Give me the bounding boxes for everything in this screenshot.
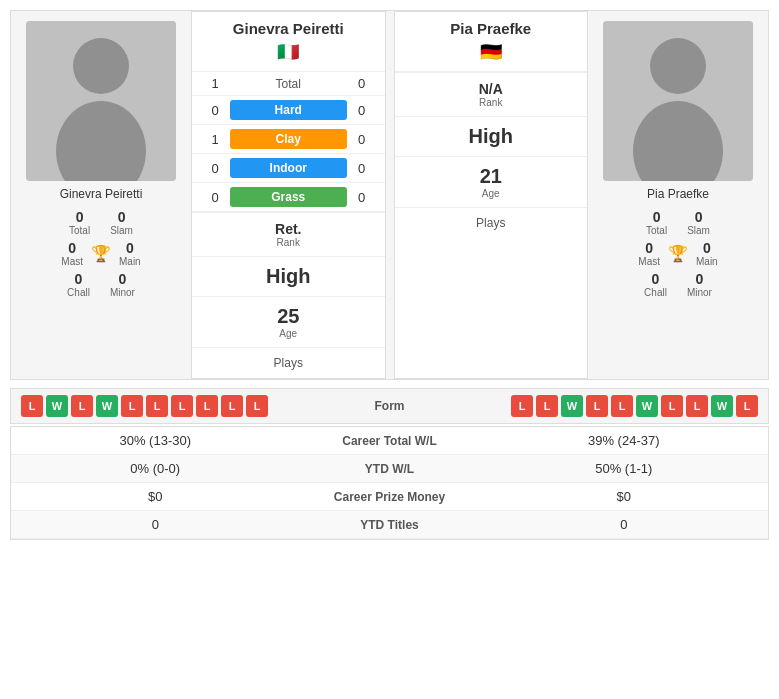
p1-ytd-wl: 0% (0-0) xyxy=(21,461,290,476)
form-badge: L xyxy=(121,395,143,417)
p1-indoor-row: 0 Indoor 0 xyxy=(192,154,385,183)
p2-total-val: 0 xyxy=(347,76,377,91)
player1-chall-label: Chall xyxy=(67,287,90,298)
form-badge: L xyxy=(611,395,633,417)
player2-flag: 🇩🇪 xyxy=(480,41,502,63)
career-stats: 30% (13-30) Career Total W/L 39% (24-37)… xyxy=(10,426,769,540)
player1-minor: 0 xyxy=(110,271,135,287)
p1-clay-row: 1 Clay 0 xyxy=(192,125,385,154)
player2-high-box: High xyxy=(395,116,588,156)
player1-stats: 0 Total 0 Slam 0 Mast 🏆 0 xyxy=(16,209,186,298)
player2-plays-box: Plays xyxy=(395,207,588,238)
form-badge: L xyxy=(686,395,708,417)
form-label: Form xyxy=(320,399,460,413)
player1-minor-label: Minor xyxy=(110,287,135,298)
p1-indoor-val: 0 xyxy=(200,161,230,176)
hard-btn: Hard xyxy=(230,100,347,120)
player2-main: 0 xyxy=(696,240,718,256)
p2-ytd-wl: 50% (1-1) xyxy=(490,461,759,476)
ytd-wl-row: 0% (0-0) YTD W/L 50% (1-1) xyxy=(11,455,768,483)
player2-avatar xyxy=(603,21,753,181)
player1-rank-box: Ret. Rank xyxy=(192,212,385,256)
player1-flag: 🇮🇹 xyxy=(277,41,299,63)
form-badge: L xyxy=(171,395,193,417)
p2-clay-val: 0 xyxy=(347,132,377,147)
form-badge: L xyxy=(586,395,608,417)
career-wl-label: Career Total W/L xyxy=(290,434,490,448)
player2-rank-lbl: Rank xyxy=(403,97,580,108)
player2-plays-lbl: Plays xyxy=(403,216,580,230)
player1-header: Ginevra Peiretti 🇮🇹 xyxy=(192,12,385,72)
player2-mast-label: Mast xyxy=(638,256,660,267)
player2-chall: 0 xyxy=(644,271,667,287)
player1-plays-lbl: Plays xyxy=(200,356,377,370)
prize-label: Career Prize Money xyxy=(290,490,490,504)
player2-slam: 0 xyxy=(687,209,710,225)
player1-center: Ginevra Peiretti 🇮🇹 1 Total 0 0 Hard 0 1… xyxy=(191,11,386,379)
titles-row: 0 YTD Titles 0 xyxy=(11,511,768,539)
player1-panel: Ginevra Peiretti 0 Total 0 Slam 0 Mast xyxy=(11,11,191,379)
titles-label: YTD Titles xyxy=(290,518,490,532)
ytd-wl-label: YTD W/L xyxy=(290,462,490,476)
grass-btn: Grass xyxy=(230,187,347,207)
player1-form: LWLWLLLLLL xyxy=(21,395,320,417)
p1-total-val: 1 xyxy=(200,76,230,91)
player1-high-val: High xyxy=(200,265,377,288)
player1-mast: 0 xyxy=(61,240,83,256)
player2-total: 0 xyxy=(646,209,667,225)
form-badge: L xyxy=(736,395,758,417)
player2-rank-val: N/A xyxy=(403,81,580,97)
form-badge: W xyxy=(711,395,733,417)
total-label: Total xyxy=(230,77,347,91)
clay-btn: Clay xyxy=(230,129,347,149)
player1-trophy-icon: 🏆 xyxy=(91,244,111,263)
p1-grass-val: 0 xyxy=(200,190,230,205)
p1-total-row: 1 Total 0 xyxy=(192,72,385,96)
player1-age-lbl: Age xyxy=(200,328,377,339)
player1-rank-lbl: Rank xyxy=(200,237,377,248)
p2-grass-val: 0 xyxy=(347,190,377,205)
player2-age-lbl: Age xyxy=(403,188,580,199)
player1-age-val: 25 xyxy=(200,305,377,328)
form-badge: W xyxy=(96,395,118,417)
career-wl-row: 30% (13-30) Career Total W/L 39% (24-37) xyxy=(11,427,768,455)
player2-age-val: 21 xyxy=(403,165,580,188)
form-badge: L xyxy=(196,395,218,417)
form-badge: L xyxy=(221,395,243,417)
player2-main-label: Main xyxy=(696,256,718,267)
player2-high-val: High xyxy=(403,125,580,148)
player2-mast: 0 xyxy=(638,240,660,256)
form-badge: L xyxy=(21,395,43,417)
player2-trophy-icon: 🏆 xyxy=(668,244,688,263)
player2-form: LLWLLWLLWL xyxy=(460,395,759,417)
player2-minor: 0 xyxy=(687,271,712,287)
player1-slam: 0 xyxy=(110,209,133,225)
player1-rank-val: Ret. xyxy=(200,221,377,237)
p2-hard-val: 0 xyxy=(347,103,377,118)
player2-name: Pia Praefke xyxy=(647,187,709,201)
form-badge: L xyxy=(511,395,533,417)
player2-age-box: 21 Age xyxy=(395,156,588,207)
player1-avatar xyxy=(26,21,176,181)
player1-name: Ginevra Peiretti xyxy=(60,187,143,201)
player1-age-box: 25 Age xyxy=(192,296,385,347)
svg-point-4 xyxy=(650,38,706,94)
svg-point-1 xyxy=(73,38,129,94)
form-badge: L xyxy=(536,395,558,417)
p2-indoor-val: 0 xyxy=(347,161,377,176)
player2-center: Pia Praefke 🇩🇪 N/A Rank High 21 Age Play… xyxy=(394,11,589,379)
player-comparison: Ginevra Peiretti 0 Total 0 Slam 0 Mast xyxy=(10,10,769,380)
player1-plays-box: Plays xyxy=(192,347,385,378)
p1-career-wl: 30% (13-30) xyxy=(21,433,290,448)
player2-center-name: Pia Praefke xyxy=(450,20,531,37)
player1-mast-label: Mast xyxy=(61,256,83,267)
center-stats: Ginevra Peiretti 🇮🇹 1 Total 0 0 Hard 0 1… xyxy=(191,11,588,379)
form-section: LWLWLLLLLL Form LLWLLWLLWL xyxy=(10,388,769,424)
p1-hard-val: 0 xyxy=(200,103,230,118)
player1-slam-label: Slam xyxy=(110,225,133,236)
p1-clay-val: 1 xyxy=(200,132,230,147)
p1-prize: $0 xyxy=(21,489,290,504)
player2-rank-box: N/A Rank xyxy=(395,72,588,116)
indoor-btn: Indoor xyxy=(230,158,347,178)
p2-titles: 0 xyxy=(490,517,759,532)
